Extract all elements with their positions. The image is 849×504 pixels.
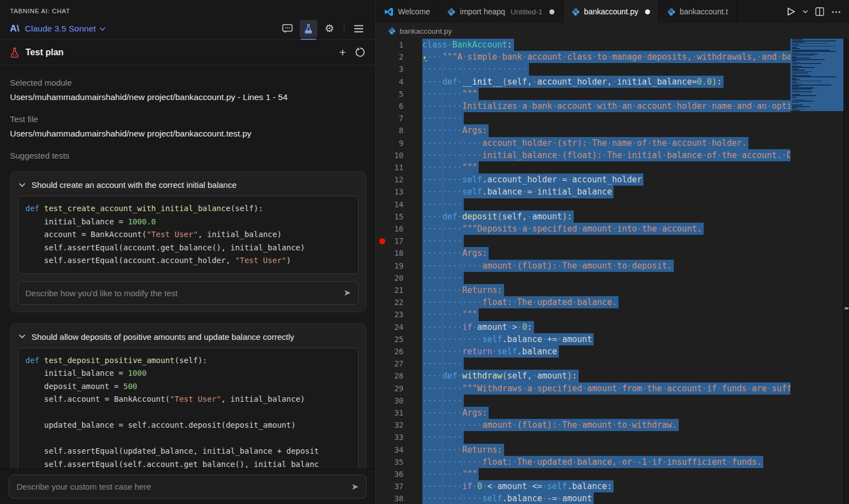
breadcrumb-item: bankaccount.py [400,27,452,35]
minimap-line [792,44,799,45]
code-line: 13········self.balance·=·initial_balance [376,186,790,198]
code-line: 1class·BankAccount: [376,39,790,51]
selected-code-text: ········self.balance·=·initial_balance [422,186,614,198]
suggested-tests-list: Should create an account with the correc… [10,171,366,469]
code-line: 17········ [376,235,790,247]
minimap-line [792,43,827,44]
line-number: 26 [376,345,403,358]
selected-code-text: ········Args: [422,124,489,136]
selected-code-text: ············account_holder·(str):·The·na… [422,137,748,149]
minimap-line [792,91,812,92]
indent-guide [442,444,443,456]
line-number: 33 [376,431,403,443]
line-number: 8 [376,124,403,136]
line-number: 13 [376,186,403,198]
python-file-icon [667,8,675,16]
model-selector[interactable]: Claude 3.5 Sonnet [25,24,106,34]
minimap[interactable] [790,39,843,504]
indent-guide [442,333,443,345]
menu-icon[interactable] [350,20,368,38]
minimap-line [792,95,816,96]
chat-icon[interactable] [279,20,296,38]
test-plan-actions: + [339,46,365,58]
tab-import-heapq[interactable]: import heapqUntitled-1 [439,0,563,23]
code-area[interactable]: 1class·BankAccount:2····"""A·simple·bank… [376,39,849,504]
dirty-indicator[interactable] [549,9,554,14]
line-number: 6 [376,100,403,112]
line-number: 5 [376,88,403,100]
line-number: 38 [376,492,403,504]
send-icon[interactable]: ➤ [344,288,351,297]
line-number: 19 [376,260,403,272]
line-number: 18 [376,247,403,259]
selected-code-text: ············float:·The·updated·balance. [422,296,619,308]
code-line: 28····def·withdraw(self,·amount): [376,370,790,382]
minimap-line [792,97,796,98]
minimap-line [792,67,815,68]
dirty-indicator[interactable] [645,9,650,14]
indent-guide [442,296,443,308]
minimap-line [792,85,831,86]
run-file-button[interactable] [787,7,795,16]
line-number: 14 [376,198,403,211]
code-line: 36········""" [376,468,790,480]
minimap-line [792,94,800,95]
run-dropdown-chevron-icon[interactable] [803,10,808,14]
tab-bankaccount-py[interactable]: bankaccount.py [563,0,659,23]
code-line: 35············float:·The·updated·balance… [376,456,790,468]
minimap-line [792,46,836,47]
selected-code-text: ····def·withdraw(self,·amount): [422,370,579,382]
selected-code-text: ············amount·(float):·The·amount·t… [422,419,679,431]
chevron-down-icon [99,27,106,31]
test-card: Should create an account with the correc… [10,171,366,312]
code-line: 19············amount·(float):·The·amount… [376,260,790,272]
selected-code-text: ········if·0·<·amount·<=·self.balance: [422,480,614,492]
selected-code-text: ············float:·The·updated·balance,·… [422,456,763,468]
modify-test-input[interactable] [25,288,338,298]
minimap-line [792,66,801,67]
indent-guide [442,260,443,272]
minimap-line [792,53,799,54]
tab-label: import heapq [460,7,505,16]
breakpoint-dot[interactable] [379,238,385,244]
custom-test-bar: ➤ [0,469,375,504]
refresh-button[interactable] [355,47,365,57]
minimap-line [792,69,799,70]
tab-welcome[interactable]: Welcome [376,0,439,23]
selected-code-text: ········Args: [422,407,489,419]
indent-guide [442,223,443,235]
add-test-button[interactable]: + [339,46,346,58]
test-plan-title: Test plan [25,48,64,57]
minimap-line [792,41,804,43]
breadcrumb[interactable]: bankaccount.py [376,23,849,39]
tab-bankaccount-t[interactable]: bankaccount.t [659,0,737,23]
selected-code-text: ········""" [422,161,479,174]
line-number: 34 [376,444,403,456]
tabnine-logo: A\ [10,23,19,34]
send-icon[interactable]: ➤ [352,482,359,491]
ai-sparkle-icon[interactable]: ✦✦ [422,51,429,65]
code-line: 6········Initializes·a·bank·account·with… [376,100,790,112]
vscode-logo-icon [384,7,394,17]
test-plan-tab-icon[interactable] [300,20,317,38]
test-card-header[interactable]: Should create an account with the correc… [18,179,359,196]
selected-code-text: ········ [422,198,464,211]
indent-guide [442,395,443,407]
custom-test-input[interactable] [17,482,346,491]
code-line: 16········"""Deposits·a·specified·amount… [376,223,790,235]
line-number: 31 [376,407,403,419]
python-file-icon [447,8,455,16]
code-line: 12········self.account_holder·=·account_… [376,174,790,186]
line-number: 12 [376,174,403,186]
minimap-line [792,74,796,75]
test-card-header[interactable]: Should allow deposits of positive amount… [18,330,359,348]
indent-guide [462,137,463,149]
indent-guide [442,124,443,136]
model-row: A\ Claude 3.5 Sonnet ⚙ [0,18,375,40]
gear-icon[interactable]: ⚙ [321,20,338,38]
indent-guide [462,492,463,504]
scroll-marker [845,307,848,309]
minimap-line [792,54,817,55]
split-editor-icon[interactable] [815,7,824,16]
more-actions-icon[interactable]: ⋯ [831,6,841,18]
